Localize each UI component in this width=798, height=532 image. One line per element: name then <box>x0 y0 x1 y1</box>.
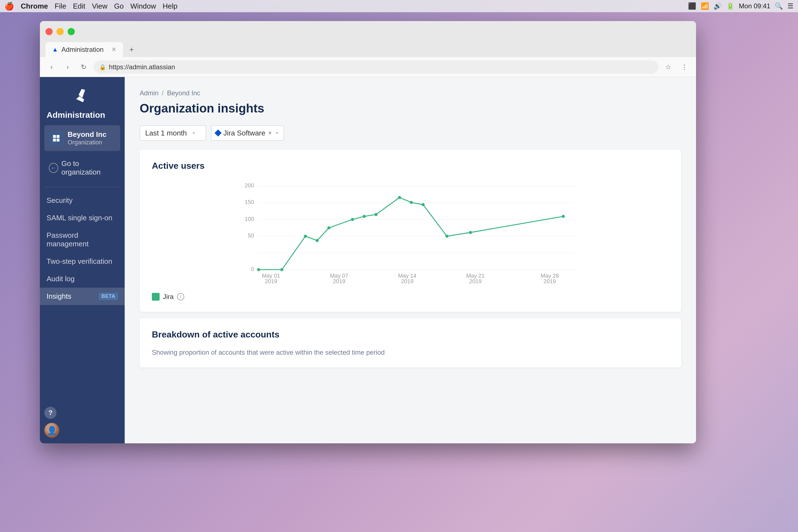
sidebar-item-saml-label: SAML single sign-on <box>46 214 113 222</box>
sidebar-item-insights[interactable]: Insights BETA <box>40 288 125 305</box>
tab-close-icon[interactable]: ✕ <box>111 46 116 53</box>
legend-info-icon[interactable]: i <box>177 293 184 300</box>
org-block[interactable]: Beyond Inc Organization <box>44 125 120 151</box>
address-bar[interactable]: 🔒 https://admin.atlassian <box>94 60 658 74</box>
browser-titlebar <box>40 21 696 42</box>
time-display: Mon 09:41 <box>739 2 770 10</box>
svg-point-22 <box>374 213 377 216</box>
logo-svg <box>75 88 90 102</box>
svg-point-25 <box>421 203 424 206</box>
svg-text:2019: 2019 <box>469 278 481 284</box>
help-button[interactable]: ? <box>44 407 57 419</box>
forward-button[interactable]: › <box>61 61 74 73</box>
menu-window[interactable]: Window <box>131 2 156 11</box>
svg-text:0: 0 <box>251 266 254 272</box>
org-type: Organization <box>68 139 107 146</box>
nav-bottom: ? 👤 <box>40 401 125 443</box>
active-tab[interactable]: ▲ Administration ✕ <box>45 42 123 57</box>
bookmark-icon[interactable]: ☆ <box>662 61 674 73</box>
menu-bar-left: 🍎 Chrome File Edit View Go Window Help <box>4 2 177 11</box>
browser-chrome: ▲ Administration ✕ + ‹ › ↻ 🔒 https://adm… <box>40 21 696 77</box>
sidebar-item-saml[interactable]: SAML single sign-on <box>40 209 125 227</box>
apple-menu-icon[interactable]: 🍎 <box>4 2 14 11</box>
breakdown-card: Breakdown of active accounts Showing pro… <box>140 318 681 367</box>
user-avatar[interactable]: 👤 <box>44 423 59 438</box>
menu-help[interactable]: Help <box>163 2 177 11</box>
sidebar-item-password[interactable]: Password management <box>40 227 125 253</box>
chart-container: 200 150 100 50 0 <box>152 180 669 286</box>
left-nav: Administration Beyond Inc Organization <box>40 77 125 443</box>
lock-icon: 🔒 <box>99 64 106 70</box>
svg-rect-1 <box>57 135 60 138</box>
time-period-filter[interactable]: Last 1 month <box>140 125 206 141</box>
product-filter-clear-icon[interactable]: × <box>268 129 272 137</box>
active-users-chart-svg: 200 150 100 50 0 <box>152 180 669 285</box>
sidebar-item-auditlog[interactable]: Audit log <box>40 270 125 288</box>
org-name: Beyond Inc <box>68 130 107 139</box>
svg-point-26 <box>445 235 448 238</box>
product-filter[interactable]: Jira Software × <box>211 125 284 141</box>
sidebar-item-insights-label: Insights <box>46 292 72 301</box>
app-content: Administration Beyond Inc Organization <box>40 77 696 443</box>
product-filter-chevron-icon <box>274 131 280 135</box>
search-icon[interactable]: 🔍 <box>775 2 783 10</box>
svg-text:May 28: May 28 <box>540 273 559 279</box>
svg-rect-2 <box>53 138 56 141</box>
active-users-card: Active users 200 150 100 5 <box>140 150 681 312</box>
more-options-icon[interactable]: ⋮ <box>678 61 690 73</box>
svg-text:200: 200 <box>245 182 254 188</box>
svg-point-21 <box>363 215 366 218</box>
go-to-org-icon: ← <box>49 163 58 173</box>
product-filter-label: Jira Software <box>223 129 265 137</box>
menu-go[interactable]: Go <box>114 2 124 11</box>
svg-text:2019: 2019 <box>333 278 345 284</box>
menu-bar: 🍎 Chrome File Edit View Go Window Help ⬛… <box>0 0 798 12</box>
breakdown-title: Breakdown of active accounts <box>152 329 669 340</box>
legend-color-jira <box>152 293 159 301</box>
svg-text:May 01: May 01 <box>262 273 280 279</box>
menu-edit[interactable]: Edit <box>73 2 86 11</box>
app-name-menu[interactable]: Chrome <box>21 2 48 11</box>
breadcrumb: Admin / Beyond Inc <box>140 89 681 97</box>
control-center-icon[interactable]: ☰ <box>787 2 794 10</box>
svg-point-16 <box>280 268 283 271</box>
minimize-window-button[interactable] <box>57 28 64 35</box>
go-to-org-button[interactable]: ← Go to organization <box>44 156 120 179</box>
volume-icon: 🔊 <box>714 2 722 10</box>
back-button[interactable]: ‹ <box>45 61 58 73</box>
svg-point-23 <box>398 196 401 199</box>
main-content: Admin / Beyond Inc Organization insights… <box>125 77 696 443</box>
breadcrumb-admin[interactable]: Admin <box>140 89 158 97</box>
wifi-icon: 📶 <box>701 2 709 10</box>
new-tab-button[interactable]: + <box>125 43 138 56</box>
active-users-title: Active users <box>152 161 669 171</box>
svg-point-20 <box>351 218 354 221</box>
chart-legend: Jira i <box>152 293 669 301</box>
toolbar-right: ☆ ⋮ <box>662 61 690 73</box>
svg-text:50: 50 <box>248 232 254 239</box>
sidebar-item-security[interactable]: Security <box>40 192 125 209</box>
breadcrumb-separator: / <box>162 89 164 97</box>
refresh-button[interactable]: ↻ <box>78 61 90 73</box>
menu-bar-right: ⬛ 📶 🔊 🔋 Mon 09:41 🔍 ☰ <box>688 2 794 10</box>
svg-point-24 <box>410 201 413 204</box>
sidebar-item-twostep[interactable]: Two-step verification <box>40 253 125 270</box>
menu-file[interactable]: File <box>55 2 66 11</box>
org-icon <box>49 131 64 146</box>
svg-point-17 <box>304 235 307 238</box>
menu-view[interactable]: View <box>92 2 108 11</box>
battery-icon: 🔋 <box>726 2 735 10</box>
cast-icon: ⬛ <box>688 2 696 10</box>
close-window-button[interactable] <box>45 28 53 35</box>
browser-window: ▲ Administration ✕ + ‹ › ↻ 🔒 https://adm… <box>40 21 696 443</box>
url-text: https://admin.atlassian <box>109 63 175 71</box>
tab-favicon: ▲ <box>52 46 58 53</box>
nav-divider <box>44 187 120 187</box>
maximize-window-button[interactable] <box>68 28 75 35</box>
tab-title: Administration <box>61 46 103 54</box>
jira-diamond-icon <box>214 129 222 136</box>
tab-bar: ▲ Administration ✕ + <box>40 42 696 57</box>
svg-text:2019: 2019 <box>265 278 277 284</box>
svg-text:2019: 2019 <box>544 278 556 284</box>
svg-point-18 <box>316 239 319 242</box>
